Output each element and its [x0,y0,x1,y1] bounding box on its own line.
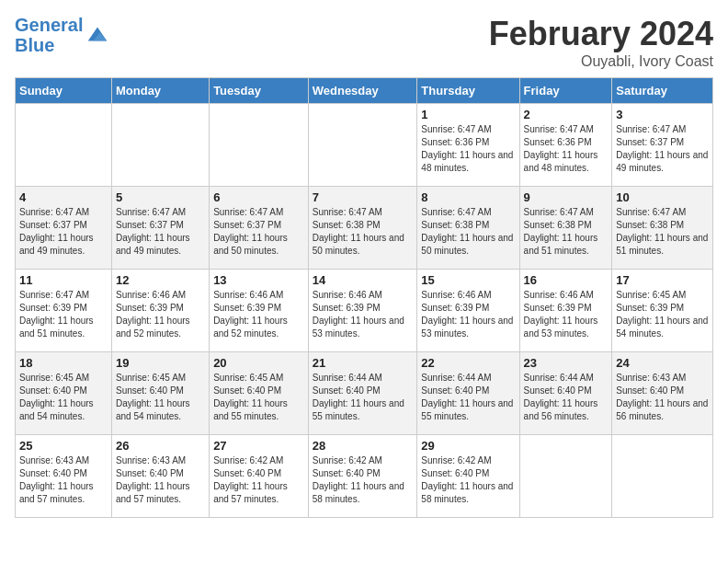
cell-sun-info: Sunrise: 6:46 AMSunset: 6:39 PMDaylight:… [313,289,414,340]
cell-day-number: 26 [116,439,205,453]
page-header: General Blue February 2024 Ouyabli, Ivor… [15,15,713,70]
subtitle: Ouyabli, Ivory Coast [489,53,713,70]
calendar-table: SundayMondayTuesdayWednesdayThursdayFrid… [15,77,713,518]
calendar-week-row: 18Sunrise: 6:45 AMSunset: 6:40 PMDayligh… [16,352,713,435]
calendar-week-row: 4Sunrise: 6:47 AMSunset: 6:37 PMDaylight… [16,187,713,270]
cell-sun-info: Sunrise: 6:43 AMSunset: 6:40 PMDaylight:… [616,372,709,423]
cell-day-number: 20 [213,356,304,370]
cell-sun-info: Sunrise: 6:47 AMSunset: 6:38 PMDaylight:… [313,206,414,258]
calendar-cell: 20Sunrise: 6:45 AMSunset: 6:40 PMDayligh… [210,352,309,435]
weekday-header: Friday [519,78,612,104]
logo: General Blue [15,15,110,55]
weekday-header-row: SundayMondayTuesdayWednesdayThursdayFrid… [16,78,713,104]
cell-sun-info: Sunrise: 6:45 AMSunset: 6:40 PMDaylight:… [116,372,205,423]
calendar-cell: 19Sunrise: 6:45 AMSunset: 6:40 PMDayligh… [111,352,209,435]
calendar-cell [612,435,713,518]
cell-sun-info: Sunrise: 6:46 AMSunset: 6:39 PMDaylight:… [116,289,205,340]
cell-day-number: 23 [524,356,609,370]
calendar-cell: 16Sunrise: 6:46 AMSunset: 6:39 PMDayligh… [519,270,612,352]
calendar-cell: 4Sunrise: 6:47 AMSunset: 6:37 PMDaylight… [16,187,112,270]
calendar-cell: 28Sunrise: 6:42 AMSunset: 6:40 PMDayligh… [308,435,417,518]
calendar-cell [519,435,612,518]
cell-sun-info: Sunrise: 6:46 AMSunset: 6:39 PMDaylight:… [524,289,609,340]
calendar-cell: 27Sunrise: 6:42 AMSunset: 6:40 PMDayligh… [210,435,309,518]
cell-sun-info: Sunrise: 6:47 AMSunset: 6:38 PMDaylight:… [616,206,709,258]
cell-day-number: 22 [421,356,515,370]
cell-sun-info: Sunrise: 6:47 AMSunset: 6:36 PMDaylight:… [524,123,609,175]
cell-sun-info: Sunrise: 6:45 AMSunset: 6:40 PMDaylight:… [213,372,304,423]
cell-day-number: 29 [421,439,515,453]
cell-sun-info: Sunrise: 6:42 AMSunset: 6:40 PMDaylight:… [421,454,515,506]
cell-day-number: 18 [19,356,108,370]
weekday-header: Thursday [417,78,519,104]
calendar-cell [308,104,417,187]
cell-day-number: 9 [524,190,609,204]
calendar-cell: 21Sunrise: 6:44 AMSunset: 6:40 PMDayligh… [308,352,417,435]
cell-sun-info: Sunrise: 6:47 AMSunset: 6:37 PMDaylight:… [616,123,709,175]
cell-sun-info: Sunrise: 6:47 AMSunset: 6:38 PMDaylight:… [421,206,515,258]
cell-day-number: 1 [421,108,515,121]
logo-general: General [15,15,83,35]
cell-sun-info: Sunrise: 6:44 AMSunset: 6:40 PMDaylight:… [421,372,515,423]
calendar-cell [111,104,209,187]
cell-day-number: 12 [116,273,205,287]
cell-sun-info: Sunrise: 6:47 AMSunset: 6:36 PMDaylight:… [421,123,515,175]
cell-day-number: 8 [421,190,515,204]
calendar-cell: 2Sunrise: 6:47 AMSunset: 6:36 PMDaylight… [519,104,612,187]
calendar-cell: 14Sunrise: 6:46 AMSunset: 6:39 PMDayligh… [308,270,417,352]
cell-day-number: 19 [116,356,205,370]
cell-sun-info: Sunrise: 6:42 AMSunset: 6:40 PMDaylight:… [213,454,304,506]
cell-sun-info: Sunrise: 6:46 AMSunset: 6:39 PMDaylight:… [213,289,304,340]
cell-sun-info: Sunrise: 6:42 AMSunset: 6:40 PMDaylight:… [313,454,414,506]
logo-icon [85,22,110,48]
cell-day-number: 28 [313,439,414,453]
calendar-cell: 18Sunrise: 6:45 AMSunset: 6:40 PMDayligh… [16,352,112,435]
calendar-week-row: 25Sunrise: 6:43 AMSunset: 6:40 PMDayligh… [16,435,713,518]
calendar-cell: 29Sunrise: 6:42 AMSunset: 6:40 PMDayligh… [417,435,519,518]
main-title: February 2024 [489,15,713,53]
title-block: February 2024 Ouyabli, Ivory Coast [489,15,713,70]
logo-blue: Blue [15,35,54,55]
weekday-header: Tuesday [210,78,309,104]
cell-sun-info: Sunrise: 6:47 AMSunset: 6:38 PMDaylight:… [524,206,609,258]
cell-day-number: 15 [421,273,515,287]
cell-day-number: 13 [213,273,304,287]
weekday-header: Wednesday [308,78,417,104]
cell-sun-info: Sunrise: 6:44 AMSunset: 6:40 PMDaylight:… [313,372,414,423]
calendar-cell: 25Sunrise: 6:43 AMSunset: 6:40 PMDayligh… [16,435,112,518]
weekday-header: Saturday [612,78,713,104]
cell-day-number: 3 [616,108,709,121]
calendar-cell [16,104,112,187]
calendar-cell: 13Sunrise: 6:46 AMSunset: 6:39 PMDayligh… [210,270,309,352]
cell-sun-info: Sunrise: 6:45 AMSunset: 6:39 PMDaylight:… [616,289,709,340]
calendar-cell: 8Sunrise: 6:47 AMSunset: 6:38 PMDaylight… [417,187,519,270]
cell-day-number: 6 [213,190,304,204]
calendar-cell: 24Sunrise: 6:43 AMSunset: 6:40 PMDayligh… [612,352,713,435]
calendar-cell: 17Sunrise: 6:45 AMSunset: 6:39 PMDayligh… [612,270,713,352]
calendar-week-row: 1Sunrise: 6:47 AMSunset: 6:36 PMDaylight… [16,104,713,187]
cell-sun-info: Sunrise: 6:46 AMSunset: 6:39 PMDaylight:… [421,289,515,340]
calendar-cell: 7Sunrise: 6:47 AMSunset: 6:38 PMDaylight… [308,187,417,270]
calendar-cell [210,104,309,187]
cell-day-number: 16 [524,273,609,287]
cell-day-number: 21 [313,356,414,370]
calendar-cell: 11Sunrise: 6:47 AMSunset: 6:39 PMDayligh… [16,270,112,352]
weekday-header: Sunday [16,78,112,104]
calendar-cell: 10Sunrise: 6:47 AMSunset: 6:38 PMDayligh… [612,187,713,270]
calendar-cell: 5Sunrise: 6:47 AMSunset: 6:37 PMDaylight… [111,187,209,270]
cell-day-number: 24 [616,356,709,370]
calendar-cell: 1Sunrise: 6:47 AMSunset: 6:36 PMDaylight… [417,104,519,187]
cell-day-number: 17 [616,273,709,287]
cell-day-number: 25 [19,439,108,453]
calendar-cell: 26Sunrise: 6:43 AMSunset: 6:40 PMDayligh… [111,435,209,518]
calendar-cell: 12Sunrise: 6:46 AMSunset: 6:39 PMDayligh… [111,270,209,352]
calendar-week-row: 11Sunrise: 6:47 AMSunset: 6:39 PMDayligh… [16,270,713,352]
calendar-cell: 23Sunrise: 6:44 AMSunset: 6:40 PMDayligh… [519,352,612,435]
cell-sun-info: Sunrise: 6:47 AMSunset: 6:37 PMDaylight:… [19,206,108,258]
calendar-cell: 22Sunrise: 6:44 AMSunset: 6:40 PMDayligh… [417,352,519,435]
cell-sun-info: Sunrise: 6:47 AMSunset: 6:37 PMDaylight:… [213,206,304,258]
logo-text: General Blue [15,15,83,55]
cell-day-number: 7 [313,190,414,204]
cell-day-number: 5 [116,190,205,204]
cell-day-number: 27 [213,439,304,453]
